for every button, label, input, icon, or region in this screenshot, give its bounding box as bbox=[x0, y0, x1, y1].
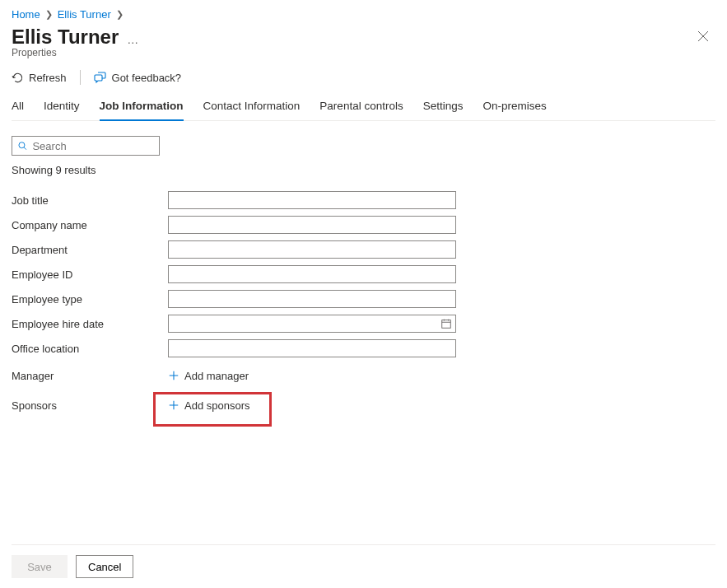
add-sponsors-button[interactable]: Add sponsors bbox=[168, 399, 456, 412]
chevron-right-icon: ❯ bbox=[45, 9, 53, 20]
manager-label: Manager bbox=[12, 370, 168, 382]
tab-job-information[interactable]: Job Information bbox=[100, 93, 184, 120]
tab-settings[interactable]: Settings bbox=[423, 93, 464, 120]
employee-type-input[interactable] bbox=[168, 290, 456, 308]
tab-parental-controls[interactable]: Parental controls bbox=[319, 93, 403, 120]
cancel-button[interactable]: Cancel bbox=[76, 555, 133, 578]
feedback-label: Got feedback? bbox=[112, 72, 182, 84]
command-bar: Refresh Got feedback? bbox=[12, 70, 715, 91]
results-count: Showing 9 results bbox=[12, 164, 715, 176]
refresh-button[interactable]: Refresh bbox=[12, 72, 67, 84]
company-name-input[interactable] bbox=[168, 216, 456, 234]
close-icon bbox=[697, 30, 709, 42]
svg-point-0 bbox=[19, 142, 25, 148]
footer-bar: Save Cancel bbox=[12, 544, 715, 588]
add-manager-button[interactable]: Add manager bbox=[168, 370, 456, 382]
job-info-form: Job title Company name Department Employ… bbox=[12, 188, 715, 420]
save-button[interactable]: Save bbox=[12, 555, 68, 578]
page-title: Ellis Turner bbox=[12, 26, 119, 49]
breadcrumb-home[interactable]: Home bbox=[12, 8, 40, 21]
plus-icon bbox=[168, 399, 179, 411]
sponsors-label: Sponsors bbox=[12, 399, 168, 412]
employee-hire-date-label: Employee hire date bbox=[12, 318, 168, 330]
command-divider bbox=[80, 70, 81, 85]
chevron-right-icon: ❯ bbox=[116, 9, 123, 20]
tab-bar: All Identity Job Information Contact Inf… bbox=[12, 93, 715, 121]
feedback-button[interactable]: Got feedback? bbox=[94, 71, 182, 84]
search-icon bbox=[17, 140, 27, 152]
close-button[interactable] bbox=[694, 27, 712, 48]
calendar-icon bbox=[440, 318, 452, 329]
employee-type-label: Employee type bbox=[12, 293, 168, 306]
page-subtitle: Properties bbox=[12, 47, 715, 58]
office-location-label: Office location bbox=[12, 343, 168, 355]
tab-identity[interactable]: Identity bbox=[44, 93, 80, 120]
office-location-input[interactable] bbox=[168, 339, 456, 357]
more-actions-button[interactable]: … bbox=[127, 28, 139, 46]
add-sponsors-label: Add sponsors bbox=[184, 399, 250, 412]
tab-all[interactable]: All bbox=[12, 93, 24, 120]
feedback-icon bbox=[94, 71, 107, 84]
plus-icon bbox=[168, 370, 179, 381]
employee-id-label: Employee ID bbox=[12, 268, 168, 281]
search-box[interactable] bbox=[12, 136, 160, 156]
employee-hire-date-input[interactable] bbox=[168, 315, 456, 333]
search-input[interactable] bbox=[32, 140, 154, 152]
job-title-label: Job title bbox=[12, 194, 168, 207]
breadcrumb: Home ❯ Ellis Turner ❯ bbox=[12, 7, 715, 26]
tab-contact-information[interactable]: Contact Information bbox=[203, 93, 301, 120]
employee-id-input[interactable] bbox=[168, 265, 456, 283]
refresh-label: Refresh bbox=[29, 72, 67, 84]
refresh-icon bbox=[12, 72, 24, 84]
job-title-input[interactable] bbox=[168, 191, 456, 209]
department-label: Department bbox=[12, 244, 168, 256]
tab-on-premises[interactable]: On-premises bbox=[482, 93, 546, 120]
add-manager-label: Add manager bbox=[184, 370, 249, 382]
svg-rect-1 bbox=[442, 320, 451, 329]
company-name-label: Company name bbox=[12, 219, 168, 231]
department-input[interactable] bbox=[168, 240, 456, 259]
breadcrumb-current[interactable]: Ellis Turner bbox=[58, 8, 111, 21]
